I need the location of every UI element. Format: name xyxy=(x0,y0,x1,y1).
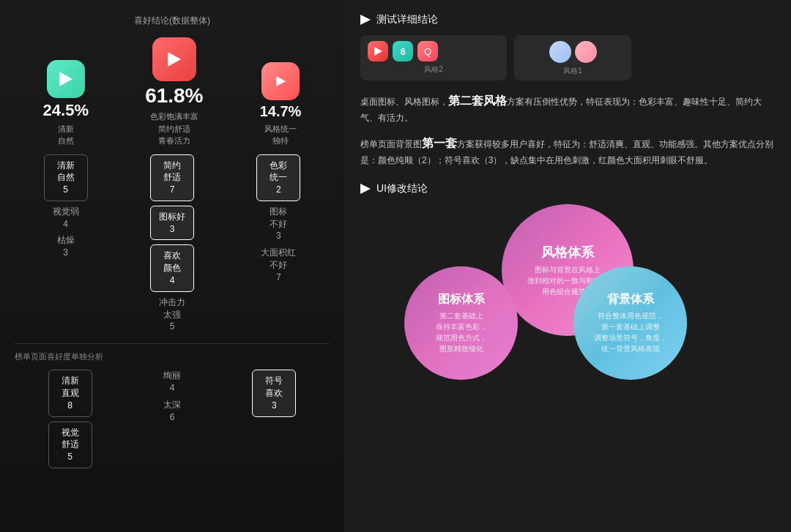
result-1-bold: 第二套风格 xyxy=(448,94,507,107)
circle-bl-desc: 第二套基础上保持丰富色彩，规范用色方式，图形精致细化 xyxy=(436,310,487,354)
style-card-1: 6 Q 风格2 xyxy=(360,35,507,80)
section2-header: UI修改结论 xyxy=(360,182,775,195)
play-icon-green xyxy=(59,72,73,86)
section1-title: 测试详细结论 xyxy=(376,13,438,26)
tag-box-2-1: 简约舒适7 xyxy=(150,154,194,201)
play-icon-section2 xyxy=(360,184,371,194)
tag-box-1-1: 清新自然5 xyxy=(44,154,88,201)
circle-icon-system: 图标体系 第二套基础上保持丰富色彩，规范用色方式，图形精致细化 xyxy=(404,266,518,380)
bottom-plain-2-1: 绚丽4 xyxy=(163,370,181,394)
bottom-col-1: 清新直观8 视觉舒适5 xyxy=(48,370,92,468)
app-icon-green xyxy=(47,60,85,98)
bottom-col-3: 符号喜欢3 xyxy=(252,370,296,468)
section2-title: UI修改结论 xyxy=(376,182,428,195)
mini-icon-1c: Q xyxy=(417,41,438,61)
section-ui-conclusion: UI修改结论 风格体系 图标与背景在风格上做到相对的一致与和谐，用色组合规范化 … xyxy=(360,182,775,380)
style-card-1-label: 风格2 xyxy=(368,64,500,75)
circle-bg-system: 背景体系 符合整体用色规范，第一套基础上调整调整场景符号，角度，统一背景风格表现 xyxy=(573,266,687,380)
tag-box-2-2: 图标好3 xyxy=(150,206,194,241)
play-icon-section1 xyxy=(360,15,371,25)
icon-col-3: 14.7% 风格统一独特 xyxy=(260,62,302,147)
bottom-plain-2-2: 太深6 xyxy=(163,399,181,424)
section-test-detail: 测试详细结论 6 Q 风格2 风格1 xyxy=(360,13,775,168)
bottom-tags-row: 清新直观8 视觉舒适5 绚丽4 太深6 符号喜欢3 xyxy=(15,370,330,468)
tags-row: 清新自然5 视觉弱4 枯燥3 简约舒适7 图标好3 喜欢颜色4 冲击力太强5 色… xyxy=(15,154,330,334)
play-icon-pink xyxy=(276,76,286,86)
icon-col-1: 24.5% 清新自然 xyxy=(43,60,89,147)
result-2-pre: 榜单页面背景图 xyxy=(360,139,422,149)
style-card-1-inner: 6 Q xyxy=(368,41,500,61)
tag-plain-1-3: 枯燥3 xyxy=(57,234,75,259)
result-2-bold: 第一套 xyxy=(422,137,457,149)
mini-icon-1a xyxy=(368,41,388,61)
section1-header: 测试详细结论 xyxy=(360,13,775,26)
tag-box-3-1: 色彩统一2 xyxy=(256,154,300,201)
left-panel: 喜好结论(数据整体) 24.5% 清新自然 61.8% 色彩饱满丰富简约舒适青春… xyxy=(0,0,344,532)
circle-br-desc: 符合整体用色规范，第一套基础上调整调整场景符号，角度，统一背景风格表现 xyxy=(594,310,667,354)
app-icon-red xyxy=(152,37,196,81)
tag-plain-3-3: 大面积红不好7 xyxy=(261,247,296,283)
app-icon-pink xyxy=(261,62,300,100)
result-text-2: 榜单页面背景图第一套方案获得较多用户喜好，特征为：舒适清爽、直观、功能感强。其他… xyxy=(360,133,775,168)
right-panel: 测试详细结论 6 Q 风格2 风格1 xyxy=(344,0,791,532)
circle-top-title: 风格体系 xyxy=(541,244,594,261)
style-card-2-label: 风格1 xyxy=(563,66,582,76)
tag-plain-3-2: 图标不好3 xyxy=(270,206,287,242)
result-1-pre: 桌面图标、风格图标， xyxy=(360,97,448,107)
style-card-2: 风格1 xyxy=(514,35,631,80)
pct-2: 61.8% xyxy=(145,84,203,108)
circle-bl-title: 图标体系 xyxy=(438,292,485,307)
tag-plain-2-4: 冲击力太强5 xyxy=(159,296,185,333)
desc-2: 色彩饱满丰富简约舒适青春活力 xyxy=(150,110,198,147)
icon-col-2: 61.8% 色彩饱满丰富简约舒适青春活力 xyxy=(145,37,203,147)
mini-circle-1 xyxy=(549,41,571,63)
bottom-tag-3-1: 符号喜欢3 xyxy=(252,370,296,416)
tag-col-3: 色彩统一2 图标不好3 大面积红不好7 xyxy=(256,154,300,334)
bottom-tag-1-1: 清新直观8 xyxy=(48,370,92,416)
mini-icon-1b: 6 xyxy=(393,41,413,61)
bottom-section-title: 榜单页面喜好度单独分析 xyxy=(15,351,330,362)
divider xyxy=(15,343,330,344)
desc-1: 清新自然 xyxy=(58,123,74,147)
bottom-tag-1-2: 视觉舒适5 xyxy=(48,422,92,468)
result-text-1: 桌面图标、风格图标，第二套风格方案有压倒性优势，特征表现为：色彩丰富、趣味性十足… xyxy=(360,91,775,126)
pct-3: 14.7% xyxy=(260,103,302,120)
style-card-2-icons xyxy=(549,41,597,63)
tag-col-2: 简约舒适7 图标好3 喜欢颜色4 冲击力太强5 xyxy=(150,154,194,334)
icons-row: 24.5% 清新自然 61.8% 色彩饱满丰富简约舒适青春活力 14.7% 风格… xyxy=(15,37,330,147)
tag-plain-1-2: 视觉弱4 xyxy=(53,206,79,231)
mini-circle-2 xyxy=(575,41,597,63)
circles-container: 风格体系 图标与背景在风格上做到相对的一致与和谐，用色组合规范化 图标体系 第二… xyxy=(360,204,775,380)
tag-box-2-3: 喜欢颜色4 xyxy=(150,244,194,291)
style-cards-row: 6 Q 风格2 风格1 xyxy=(360,35,775,80)
desc-3: 风格统一独特 xyxy=(264,123,297,147)
pct-1: 24.5% xyxy=(43,101,89,120)
tag-col-1: 清新自然5 视觉弱4 枯燥3 xyxy=(44,154,88,334)
play-icon-red xyxy=(168,52,181,67)
bottom-col-2: 绚丽4 太深6 xyxy=(163,370,181,468)
left-section-title: 喜好结论(数据整体) xyxy=(15,15,330,27)
circle-br-title: 背景体系 xyxy=(607,292,654,307)
